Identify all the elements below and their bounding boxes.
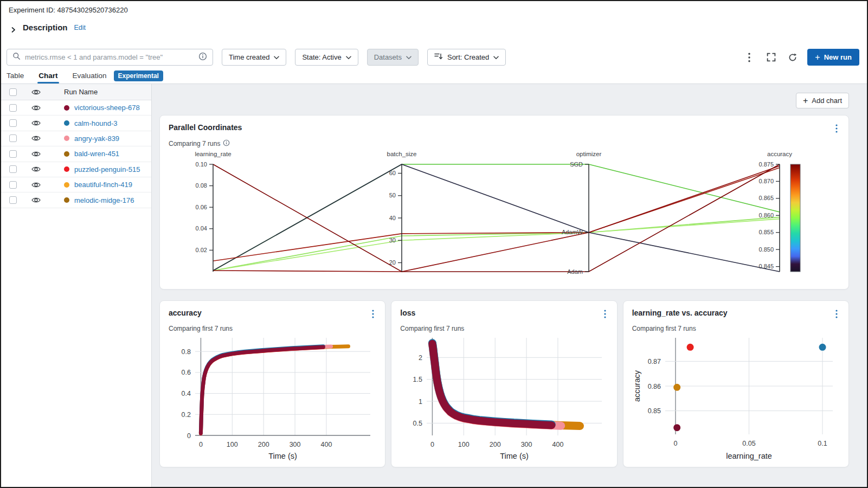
tab-table[interactable]: Table (7, 72, 24, 84)
svg-text:Adam: Adam (567, 268, 583, 275)
state-filter[interactable]: State: Active (295, 49, 358, 66)
run-checkbox[interactable] (9, 119, 17, 127)
learning-rate-accuracy-scatter[interactable]: 00.050.10.850.860.87learning_rateaccurac… (632, 333, 840, 463)
svg-text:1.5: 1.5 (413, 376, 422, 383)
run-color-dot (64, 105, 69, 111)
run-name-link[interactable]: angry-yak-839 (74, 134, 119, 143)
svg-text:0.08: 0.08 (196, 182, 207, 189)
run-visibility-toggle[interactable] (25, 134, 47, 142)
add-chart-button[interactable]: + Add chart (796, 93, 849, 108)
svg-text:learning_rate: learning_rate (195, 151, 231, 157)
svg-text:30: 30 (389, 237, 396, 243)
chart-subtitle: Comparing first 7 runs (400, 325, 464, 332)
chart-subtitle: Comparing first 7 runs (169, 325, 233, 332)
info-icon[interactable] (223, 139, 230, 148)
svg-text:400: 400 (552, 441, 564, 448)
run-row: puzzled-penguin-515 (1, 162, 151, 177)
run-name-link[interactable]: victorious-sheep-678 (74, 104, 140, 112)
run-visibility-toggle[interactable] (25, 181, 47, 189)
chart-menu-icon[interactable] (370, 309, 376, 322)
chart-menu-icon[interactable] (833, 309, 840, 322)
description-title: Description (23, 23, 68, 32)
run-row: angry-yak-839 (1, 131, 151, 146)
info-icon[interactable] (198, 52, 207, 63)
run-visibility-toggle[interactable] (25, 150, 47, 158)
run-color-dot (64, 197, 69, 203)
refresh-icon[interactable] (786, 50, 800, 65)
chevron-down-icon (493, 53, 499, 61)
search-input[interactable] (25, 53, 194, 61)
svg-text:accuracy: accuracy (633, 370, 641, 402)
tab-evaluation[interactable]: Evaluation (73, 72, 107, 84)
fullscreen-icon[interactable] (764, 50, 778, 65)
tab-chart[interactable]: Chart (38, 72, 57, 84)
svg-text:0.845: 0.845 (758, 263, 774, 269)
svg-text:100: 100 (458, 441, 470, 448)
svg-text:0: 0 (199, 441, 203, 448)
svg-text:40: 40 (389, 215, 396, 221)
run-row: victorious-sheep-678 (1, 100, 151, 115)
scatter-chart-card: learning_rate vs. accuracy Comparing fir… (623, 300, 849, 467)
run-checkbox[interactable] (9, 150, 17, 158)
accuracy-line-chart[interactable]: 010020030040000.20.40.60.8Time (s) (168, 333, 377, 463)
charts-panel: + Add chart Parallel Coordinates Compari… (152, 84, 867, 487)
run-checkbox[interactable] (9, 134, 17, 142)
svg-text:1: 1 (419, 398, 423, 406)
run-row: melodic-midge-176 (1, 192, 151, 208)
run-color-dot (64, 120, 69, 126)
run-name-link[interactable]: calm-hound-3 (74, 119, 118, 127)
run-visibility-toggle[interactable] (25, 104, 47, 112)
run-visibility-toggle[interactable] (25, 165, 47, 173)
run-checkbox[interactable] (9, 104, 17, 112)
svg-text:0.8: 0.8 (182, 348, 191, 356)
mlflow-experiment-page: { "colors": { "accent": "#2272b4", "new_… (0, 0, 868, 488)
loss-chart-card: loss Comparing first 7 runs 010020030040… (391, 300, 617, 467)
svg-text:0.06: 0.06 (196, 204, 207, 210)
chart-menu-icon[interactable] (602, 309, 608, 322)
chevron-down-icon (406, 53, 412, 61)
sort-icon (434, 53, 443, 62)
svg-text:200: 200 (258, 441, 269, 448)
run-name-link[interactable]: melodic-midge-176 (74, 196, 134, 204)
run-visibility-toggle[interactable] (25, 119, 47, 127)
chart-title: learning_rate vs. accuracy (632, 309, 728, 317)
parallel-coordinates-plot[interactable]: learning_rate0.100.080.060.040.02batch_s… (169, 149, 841, 284)
svg-text:200: 200 (490, 441, 501, 448)
run-list: victorious-sheep-678calm-hound-3angry-ya… (1, 100, 151, 208)
experimental-badge[interactable]: Experimental (114, 70, 163, 81)
more-options-icon[interactable] (742, 50, 756, 65)
toolbar-right-cluster: + New run (742, 49, 859, 66)
visibility-all-toggle[interactable] (25, 88, 47, 96)
svg-text:batch_size: batch_size (387, 151, 417, 157)
svg-text:0: 0 (430, 441, 434, 448)
svg-text:0.10: 0.10 (196, 161, 207, 168)
select-all-checkbox[interactable] (9, 88, 17, 96)
svg-text:0.86: 0.86 (647, 383, 660, 390)
search-icon (12, 52, 21, 62)
sort-filter[interactable]: Sort: Created (427, 49, 506, 66)
chevron-right-icon[interactable] (11, 25, 16, 30)
runs-panel: Run Name victorious-sheep-678calm-hound-… (1, 84, 152, 487)
run-checkbox[interactable] (9, 196, 17, 204)
run-visibility-toggle[interactable] (25, 196, 47, 204)
time-created-filter[interactable]: Time created (222, 49, 286, 66)
chart-menu-icon[interactable] (833, 123, 840, 136)
run-checkbox[interactable] (9, 181, 17, 189)
loss-line-chart[interactable]: 01002003004000.511.52Time (s) (400, 333, 608, 463)
accuracy-chart-card: accuracy Comparing first 7 runs 01002003… (159, 300, 385, 467)
datasets-filter[interactable]: Datasets (367, 49, 419, 66)
edit-description-link[interactable]: Edit (74, 24, 86, 31)
run-name-link[interactable]: bald-wren-451 (74, 150, 119, 158)
new-run-button[interactable]: + New run (807, 49, 859, 66)
run-color-dot (64, 136, 69, 141)
run-row: bald-wren-451 (1, 146, 151, 162)
svg-text:0.5: 0.5 (413, 420, 422, 427)
run-name-link[interactable]: puzzled-penguin-515 (74, 165, 140, 174)
run-row: calm-hound-3 (1, 115, 151, 131)
search-box[interactable] (7, 49, 213, 66)
chevron-down-icon (346, 53, 351, 61)
run-checkbox[interactable] (9, 165, 17, 173)
top-bar: Experiment ID: 487543029520736220 Descri… (1, 1, 867, 84)
run-name-link[interactable]: beautiful-finch-419 (74, 181, 132, 189)
run-color-dot (64, 182, 69, 188)
